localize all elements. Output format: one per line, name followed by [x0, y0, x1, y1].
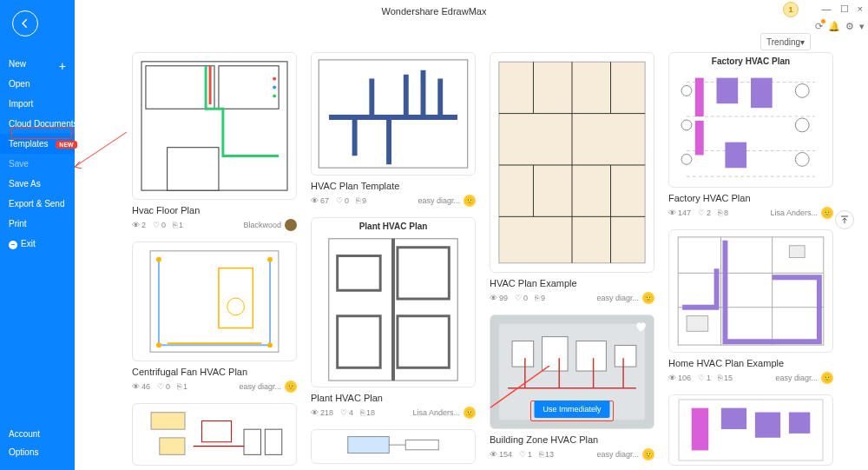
svg-rect-2 — [146, 66, 214, 109]
svg-rect-14 — [151, 413, 185, 429]
template-card[interactable] — [311, 429, 476, 464]
user-badge[interactable]: 1 — [783, 2, 799, 17]
likes-stat: ♡4 — [340, 408, 353, 417]
sidebar-item-save-as[interactable]: Save As — [0, 174, 75, 194]
svg-point-9 — [227, 298, 245, 315]
sidebar-label: Open — [9, 79, 30, 89]
svg-rect-31 — [717, 78, 739, 104]
views-stat: 👁106 — [668, 374, 691, 382]
sidebar-item-templates[interactable]: Templates NEW — [0, 134, 75, 154]
template-card[interactable]: Home HVAC Plan Example 👁106 ♡1 ⎘15 easy … — [668, 229, 833, 384]
likes-stat: ♡0 — [153, 221, 166, 229]
svg-point-6 — [273, 94, 276, 97]
chevron-down-icon: ▾ — [800, 37, 805, 47]
thumb-label: Plant HVAC Plan — [312, 222, 475, 231]
likes-stat: ♡2 — [698, 209, 711, 217]
back-button[interactable] — [12, 10, 38, 36]
author: Lisa Anders...🙂 — [412, 407, 476, 419]
minimize-button[interactable]: — — [822, 3, 832, 15]
title-bar: Wondershare EdrawMax 1 — ☐ × ⟳ 🔔 ⚙ ▾ — [0, 0, 868, 23]
use-immediately-button[interactable]: Use Immediately — [534, 400, 609, 418]
grid-column: Hvac Floor Plan 👁2 ♡0 ⎘1 Blackwood Centr… — [132, 52, 297, 466]
sidebar-item-export[interactable]: Export & Send — [0, 194, 75, 214]
exit-icon: − — [9, 241, 17, 249]
template-card[interactable]: Plant HVAC Plan Plant HVAC Plan 👁218 ♡4 … — [311, 217, 476, 419]
copies-stat: ⎘8 — [718, 209, 728, 217]
maximize-button[interactable]: ☐ — [840, 3, 849, 15]
svg-rect-17 — [244, 429, 260, 454]
template-thumb: Plant HVAC Plan — [311, 217, 476, 387]
views-stat: 👁154 — [490, 450, 512, 459]
card-stats: 👁218 ♡4 ⎘18 Lisa Anders...🙂 — [311, 407, 476, 419]
template-title: Factory HVAC Plan — [668, 193, 833, 203]
sidebar-item-cloud-documents[interactable]: Cloud Documents — [0, 114, 75, 134]
sidebar-label: Account — [9, 429, 40, 439]
author: easy diagr...🙂 — [775, 372, 833, 384]
card-stats: 👁154 ♡1 ⎘13 easy diagr...🙂 — [490, 448, 654, 460]
close-button[interactable]: × — [858, 3, 863, 15]
template-card[interactable]: Use Immediately Building Zone HVAC Plan … — [490, 314, 654, 460]
avatar-icon: 🙂 — [642, 448, 654, 460]
svg-rect-21 — [348, 437, 390, 453]
author: easy diagr...🙂 — [418, 195, 476, 207]
template-card[interactable] — [668, 394, 833, 466]
template-grid: Hvac Floor Plan 👁2 ♡0 ⎘1 Blackwood Centr… — [132, 52, 868, 466]
likes-stat: ♡0 — [515, 294, 528, 302]
template-title: Building Zone HVAC Plan — [490, 434, 654, 445]
svg-point-36 — [795, 153, 809, 167]
window-controls: — ☐ × — [822, 3, 863, 15]
svg-rect-44 — [692, 408, 709, 451]
sidebar-item-save[interactable]: Save — [0, 154, 75, 174]
sidebar-label: Save — [9, 159, 29, 169]
views-stat: 👁46 — [132, 382, 150, 391]
template-card[interactable]: Centrifugal Fan HVAC Plan 👁46 ♡0 ⎘1 easy… — [132, 242, 297, 393]
copies-stat: ⎘9 — [356, 196, 366, 205]
sidebar-item-account[interactable]: Account — [0, 425, 75, 443]
svg-rect-29 — [695, 78, 704, 116]
likes-stat: ♡0 — [157, 382, 170, 391]
author: easy diagr...🙂 — [239, 381, 297, 393]
template-thumb — [668, 394, 833, 466]
sort-dropdown[interactable]: Trending ▾ — [760, 33, 811, 50]
template-thumb — [311, 429, 476, 464]
svg-rect-32 — [751, 78, 773, 109]
template-card[interactable]: HVAC Plan Example 👁99 ♡0 ⎘9 easy diagr..… — [490, 52, 654, 304]
svg-rect-42 — [687, 316, 708, 332]
views-stat: 👁147 — [668, 209, 691, 217]
sidebar-item-print[interactable]: Print — [0, 214, 75, 234]
template-thumb — [311, 52, 476, 175]
sidebar-item-open[interactable]: Open — [0, 74, 75, 94]
sidebar-item-import[interactable]: Import — [0, 94, 75, 114]
sidebar-item-exit[interactable]: −Exit — [0, 234, 75, 255]
views-stat: 👁67 — [311, 196, 329, 205]
template-card[interactable]: Hvac Floor Plan 👁2 ♡0 ⎘1 Blackwood — [132, 52, 297, 231]
template-card[interactable]: HVAC Plan Template 👁67 ♡0 ⎘9 easy diagr.… — [311, 52, 476, 207]
sidebar-bottom: Account Options — [0, 425, 75, 461]
heart-icon[interactable] — [635, 321, 647, 333]
template-title: Centrifugal Fan HVAC Plan — [132, 367, 297, 377]
template-title: Home HVAC Plan Example — [668, 358, 833, 368]
sidebar: New Open Import Cloud Documents Template… — [0, 0, 75, 470]
sidebar-item-new[interactable]: New — [0, 54, 75, 74]
author: easy diagr...🙂 — [596, 448, 654, 460]
sidebar-label: New — [9, 59, 26, 69]
svg-point-5 — [273, 86, 276, 89]
svg-point-34 — [795, 84, 809, 98]
copies-stat: ⎘9 — [535, 294, 545, 302]
copies-stat: ⎘1 — [173, 221, 183, 229]
avatar-icon — [285, 219, 297, 231]
svg-rect-3 — [219, 66, 279, 109]
template-card[interactable] — [132, 403, 297, 466]
author: Blackwood — [243, 219, 297, 231]
svg-point-13 — [267, 342, 273, 348]
sidebar-item-options[interactable]: Options — [0, 443, 75, 461]
card-stats: 👁106 ♡1 ⎘15 easy diagr...🙂 — [668, 372, 833, 384]
grid-column: HVAC Plan Example 👁99 ♡0 ⎘9 easy diagr..… — [490, 52, 654, 466]
svg-rect-30 — [695, 121, 704, 155]
template-card[interactable]: Factory HVAC Plan Factory HVAC Plan 👁147… — [668, 52, 833, 219]
avatar-icon: 🙂 — [285, 381, 297, 393]
sidebar-label: Templates — [9, 139, 49, 149]
app-title: Wondershare EdrawMax — [382, 6, 487, 17]
template-title: HVAC Plan Example — [490, 278, 654, 288]
sidebar-label: Cloud Documents — [9, 119, 77, 129]
